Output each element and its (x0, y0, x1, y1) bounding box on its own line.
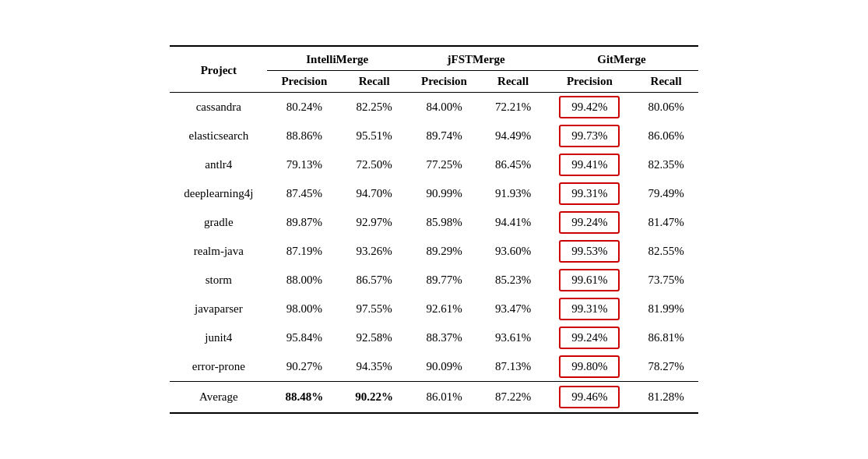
gm-precision-value: 99.41% (545, 150, 634, 179)
jfstmerge-group-header: jFSTMerge (407, 46, 545, 71)
im-precision-value: 88.86% (267, 122, 341, 150)
im-precision-header: Precision (267, 71, 341, 93)
im-precision-value: 87.19% (267, 237, 341, 266)
project-name: realm-java (170, 237, 267, 266)
jf-recall-value: 93.60% (481, 237, 545, 266)
im-precision-value: 87.45% (267, 179, 341, 208)
jf-recall-header: Recall (481, 71, 545, 93)
gm-recall-value: 82.35% (634, 150, 698, 179)
gm-recall-header: Recall (634, 71, 698, 93)
table-row: cassandra 80.24% 82.25% 84.00% 72.21% 99… (170, 93, 698, 122)
gm-recall-value: 86.81% (634, 323, 698, 352)
group-header-row: Project IntelliMerge jFSTMerge GitMerge (170, 46, 698, 71)
gm-precision-value: 99.31% (545, 179, 634, 208)
table-row: antlr4 79.13% 72.50% 77.25% 86.45% 99.41… (170, 150, 698, 179)
gm-precision-value: 99.80% (545, 352, 634, 382)
jf-recall-value: 94.41% (481, 208, 545, 237)
jf-precision-value: 85.98% (407, 208, 481, 237)
im-precision-value: 95.84% (267, 323, 341, 352)
table-row: error-prone 90.27% 94.35% 90.09% 87.13% … (170, 352, 698, 382)
gm-recall-value: 86.06% (634, 122, 698, 150)
project-name: storm (170, 266, 267, 295)
im-precision-value: 89.87% (267, 208, 341, 237)
jf-recall-value: 94.49% (481, 122, 545, 150)
table-row: junit4 95.84% 92.58% 88.37% 93.61% 99.24… (170, 323, 698, 352)
gm-precision-highlight: 99.24% (559, 211, 620, 234)
gm-recall-value: 79.49% (634, 179, 698, 208)
gm-precision-value: 99.61% (545, 266, 634, 295)
im-precision-value: 90.27% (267, 352, 341, 382)
jf-precision-value: 90.99% (407, 179, 481, 208)
project-name: antlr4 (170, 150, 267, 179)
table-row: deeplearning4j 87.45% 94.70% 90.99% 91.9… (170, 179, 698, 208)
avg-im-precision: 88.48% (267, 382, 341, 414)
gm-recall-value: 82.55% (634, 237, 698, 266)
gm-precision-value: 99.73% (545, 122, 634, 150)
im-precision-value: 79.13% (267, 150, 341, 179)
table-container: Project IntelliMerge jFSTMerge GitMerge … (139, 30, 729, 429)
gm-precision-highlight: 99.31% (559, 298, 620, 320)
im-recall-value: 97.55% (341, 295, 407, 323)
im-recall-value: 94.35% (341, 352, 407, 382)
jf-recall-value: 93.47% (481, 295, 545, 323)
project-name: elasticsearch (170, 122, 267, 150)
project-name: cassandra (170, 93, 267, 122)
average-label: Average (170, 382, 267, 414)
jf-recall-value: 72.21% (481, 93, 545, 122)
jf-precision-value: 92.61% (407, 295, 481, 323)
im-precision-value: 88.00% (267, 266, 341, 295)
gm-recall-value: 78.27% (634, 352, 698, 382)
im-recall-value: 72.50% (341, 150, 407, 179)
project-column-header: Project (170, 46, 267, 93)
project-name: error-prone (170, 352, 267, 382)
gm-precision-highlight: 99.61% (559, 269, 620, 291)
gm-precision-highlight: 99.80% (559, 355, 620, 378)
gm-precision-value: 99.24% (545, 208, 634, 237)
gm-precision-highlight: 99.42% (559, 96, 620, 118)
jf-precision-value: 77.25% (407, 150, 481, 179)
project-name: javaparser (170, 295, 267, 323)
table-row: storm 88.00% 86.57% 89.77% 85.23% 99.61%… (170, 266, 698, 295)
im-recall-value: 86.57% (341, 266, 407, 295)
jf-recall-value: 87.13% (481, 352, 545, 382)
gm-avg-precision-highlight: 99.46% (559, 386, 620, 408)
avg-im-recall: 90.22% (341, 382, 407, 414)
gm-precision-value: 99.31% (545, 295, 634, 323)
im-recall-value: 93.26% (341, 237, 407, 266)
jf-recall-value: 93.61% (481, 323, 545, 352)
jf-recall-value: 85.23% (481, 266, 545, 295)
jf-precision-value: 89.29% (407, 237, 481, 266)
avg-gm-precision: 99.46% (545, 382, 634, 414)
table-row: realm-java 87.19% 93.26% 89.29% 93.60% 9… (170, 237, 698, 266)
jf-recall-value: 86.45% (481, 150, 545, 179)
project-name: junit4 (170, 323, 267, 352)
gm-precision-highlight: 99.24% (559, 327, 620, 349)
jf-precision-value: 89.77% (407, 266, 481, 295)
im-recall-value: 82.25% (341, 93, 407, 122)
comparison-table: Project IntelliMerge jFSTMerge GitMerge … (170, 45, 698, 414)
im-precision-value: 80.24% (267, 93, 341, 122)
avg-jf-precision: 86.01% (407, 382, 481, 414)
im-recall-value: 92.97% (341, 208, 407, 237)
im-recall-value: 94.70% (341, 179, 407, 208)
table-row: gradle 89.87% 92.97% 85.98% 94.41% 99.24… (170, 208, 698, 237)
im-recall-header: Recall (341, 71, 407, 93)
gm-precision-value: 99.53% (545, 237, 634, 266)
jf-precision-header: Precision (407, 71, 481, 93)
average-row: Average 88.48% 90.22% 86.01% 87.22% 99.4… (170, 382, 698, 414)
avg-gm-recall: 81.28% (634, 382, 698, 414)
gm-precision-highlight: 99.73% (559, 125, 620, 147)
im-recall-value: 95.51% (341, 122, 407, 150)
gm-precision-value: 99.24% (545, 323, 634, 352)
im-precision-value: 98.00% (267, 295, 341, 323)
gm-precision-highlight: 99.53% (559, 240, 620, 263)
gm-recall-value: 81.99% (634, 295, 698, 323)
jf-precision-value: 88.37% (407, 323, 481, 352)
gm-recall-value: 81.47% (634, 208, 698, 237)
table-row: javaparser 98.00% 97.55% 92.61% 93.47% 9… (170, 295, 698, 323)
table-row: elasticsearch 88.86% 95.51% 89.74% 94.49… (170, 122, 698, 150)
jf-recall-value: 91.93% (481, 179, 545, 208)
gm-precision-highlight: 99.41% (559, 154, 620, 176)
jf-precision-value: 84.00% (407, 93, 481, 122)
gitmerge-group-header: GitMerge (545, 46, 698, 71)
